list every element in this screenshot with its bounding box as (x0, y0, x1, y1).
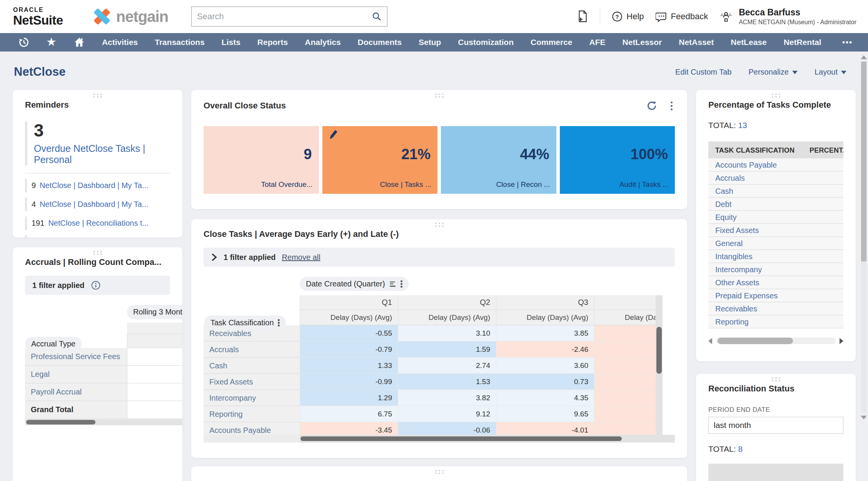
scroll-left-icon[interactable] (708, 338, 712, 344)
help-menu[interactable]: ? Help (612, 11, 644, 22)
scroll-up-icon[interactable] (861, 55, 867, 59)
scrollbar-thumb[interactable] (300, 436, 622, 441)
nav-tab-lists[interactable]: Lists (222, 38, 240, 47)
scroll-down-icon[interactable] (861, 416, 867, 419)
data-cell[interactable] (127, 383, 182, 401)
nav-tab-commerce[interactable]: Commerce (531, 38, 573, 47)
drag-handle-icon[interactable] (93, 251, 95, 252)
scrollbar-thumb[interactable] (26, 420, 95, 424)
layout-menu[interactable]: Layout (815, 68, 846, 77)
nav-tab-afe[interactable]: AFE (589, 38, 606, 47)
chevron-right-icon[interactable] (211, 253, 217, 261)
data-cell[interactable]: 9.65 (496, 406, 594, 422)
accruals-horizontal-scrollbar[interactable] (25, 419, 182, 425)
search-icon[interactable] (372, 12, 382, 22)
data-cell[interactable] (594, 358, 656, 374)
data-cell[interactable]: -0.79 (300, 341, 398, 358)
task-classification-link[interactable]: Other Assets (708, 276, 803, 289)
info-icon[interactable] (91, 280, 101, 290)
data-cell[interactable]: 3.10 (398, 325, 496, 341)
reminder-link[interactable]: NetClose | Reconciliations t... (48, 219, 149, 228)
data-cell[interactable]: 3.60 (496, 358, 594, 374)
drag-handle-icon[interactable] (435, 93, 437, 95)
data-cell[interactable] (127, 366, 182, 383)
close-tasks-column-pill[interactable]: Date Created (Quarter) (300, 277, 409, 291)
kpi-tile[interactable]: 100%Audit | Tasks ... (560, 126, 675, 194)
reminder-link[interactable]: NetClose | Dashboard | My Ta... (40, 200, 148, 209)
data-cell[interactable]: 9.12 (398, 406, 496, 422)
data-cell[interactable]: 1.53 (398, 374, 496, 390)
nav-tab-reports[interactable]: Reports (257, 38, 288, 47)
nav-tab-setup[interactable]: Setup (419, 38, 441, 47)
edit-custom-tab-link[interactable]: Edit Custom Tab (675, 68, 731, 77)
task-classification-link[interactable]: Cash (708, 185, 803, 198)
data-cell[interactable] (594, 325, 656, 341)
task-classification-link[interactable]: Equity (708, 211, 803, 224)
page-vertical-scrollbar[interactable] (861, 54, 867, 479)
shortcuts-star-icon[interactable]: ★ (46, 36, 57, 48)
task-classification-link[interactable]: General (708, 237, 803, 250)
nav-tab-analytics[interactable]: Analytics (305, 38, 341, 47)
drag-handle-icon[interactable] (772, 377, 773, 379)
nav-overflow-icon[interactable]: ••• (842, 38, 853, 47)
refresh-icon[interactable] (646, 100, 658, 112)
pct-col-task-classification[interactable]: TASK CLASSIFICATION (708, 141, 803, 158)
oracle-netsuite-logo[interactable]: ORACLE NetSuite (13, 7, 63, 27)
task-classification-link[interactable]: Debt (708, 198, 803, 211)
task-classification-link[interactable]: Intangibles (708, 250, 803, 263)
nav-tab-netlease[interactable]: NetLease (731, 38, 766, 47)
nav-tab-activities[interactable]: Activities (102, 38, 138, 47)
row-label[interactable]: Fixed Assets (204, 374, 300, 390)
row-menu-icon[interactable] (278, 319, 280, 321)
task-classification-link[interactable]: Reporting (708, 315, 803, 328)
accruals-row-pill[interactable]: Accrual Type (25, 337, 82, 351)
task-classification-link[interactable]: Receivables (708, 302, 803, 315)
data-cell[interactable]: 1.29 (300, 390, 398, 406)
task-classification-link[interactable]: Prepaid Expenses (708, 289, 803, 302)
scrollbar-thumb[interactable] (861, 62, 866, 261)
reminder-item[interactable]: 7NetClose | Reconciliations to R... (25, 235, 170, 238)
data-cell[interactable]: 4.35 (496, 390, 594, 406)
row-label[interactable]: Cash (204, 358, 300, 374)
pct-col-percentage-complete[interactable]: PERCENTAGE CO (803, 141, 843, 158)
nav-tab-transactions[interactable]: Transactions (155, 38, 205, 47)
row-label[interactable]: Intercompany (204, 390, 300, 406)
kpi-tile[interactable]: 9Total Overdue... (204, 126, 319, 194)
nav-tab-netasset[interactable]: NetAsset (679, 38, 714, 47)
row-label[interactable]: Reporting (204, 406, 300, 422)
reminders-headline-link[interactable]: Overdue NetClose Tasks | Personal (34, 143, 170, 165)
data-cell[interactable] (594, 406, 656, 422)
reminder-item[interactable]: 191NetClose | Reconciliations t... (25, 216, 170, 230)
accruals-column-pill[interactable]: Rolling 3 Mont (127, 305, 182, 319)
kpi-tile[interactable]: 21%Close | Tasks ... (322, 126, 438, 194)
data-cell[interactable]: -0.06 (398, 422, 496, 435)
period-end-date-input[interactable] (708, 417, 843, 434)
row-label[interactable]: Legal (25, 366, 127, 383)
data-cell[interactable] (594, 422, 656, 435)
data-cell[interactable]: 1.33 (300, 358, 398, 374)
scrollbar-thumb[interactable] (656, 327, 662, 374)
data-cell[interactable] (594, 374, 656, 390)
task-classification-link[interactable]: Intercompany (708, 263, 803, 276)
data-cell[interactable]: -0.55 (300, 325, 398, 341)
data-cell[interactable]: -3.45 (300, 422, 398, 435)
search-input[interactable] (197, 12, 372, 22)
table-vertical-scrollbar[interactable] (656, 295, 663, 435)
nav-tab-documents[interactable]: Documents (358, 38, 402, 47)
data-cell[interactable]: 3.85 (496, 325, 594, 341)
kpi-tile[interactable]: 44%Close | Recon ... (441, 126, 556, 194)
nav-tab-netlessor[interactable]: NetLessor (623, 38, 662, 47)
reminder-item[interactable]: 4NetClose | Dashboard | My Ta... (25, 198, 170, 211)
drag-handle-icon[interactable] (772, 93, 773, 95)
personalize-menu[interactable]: Personalize (748, 68, 798, 77)
data-cell[interactable]: -0.99 (300, 374, 398, 390)
scrollbar-thumb[interactable] (718, 338, 793, 344)
table-horizontal-scrollbar[interactable] (204, 435, 675, 443)
data-cell[interactable] (127, 348, 182, 366)
remove-all-filters-link[interactable]: Remove all (282, 253, 320, 262)
column-menu-icon[interactable] (401, 280, 402, 282)
row-label[interactable]: Payroll Accrual (25, 383, 127, 401)
data-cell[interactable]: 1.59 (398, 341, 496, 358)
portlet-menu-icon[interactable] (671, 102, 673, 103)
new-document-icon[interactable] (577, 10, 588, 23)
